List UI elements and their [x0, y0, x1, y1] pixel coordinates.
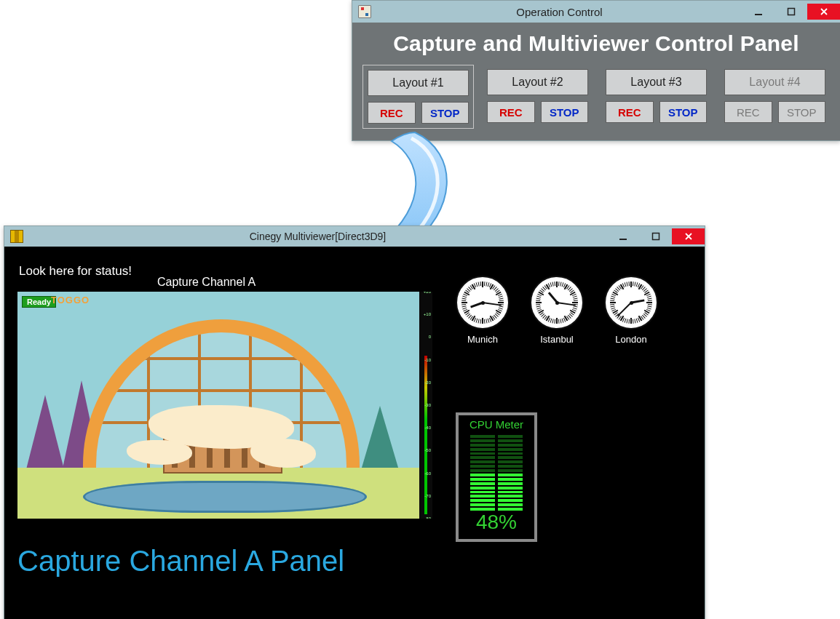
mv-body: Look here for status! Capture Channel A: [4, 247, 705, 619]
clock-face-icon: [530, 276, 584, 330]
panel-caption: Capture Channel A Panel: [17, 545, 344, 578]
cpu-bar: [470, 435, 495, 511]
layout-button-3[interactable]: Layout #3: [606, 69, 707, 95]
audio-meter: +20+100-10-20-30-40-50-60-70-80: [419, 292, 432, 519]
maximize-button[interactable]: [774, 4, 807, 20]
cpu-meter-title: CPU Meter: [459, 418, 534, 431]
op-body: Capture and Multiviewer Control Panel La…: [352, 23, 840, 140]
cpu-bar: [498, 435, 523, 511]
svg-rect-0: [755, 14, 762, 15]
video-preview[interactable]: Ready TOGGO +20+100-10-20-30-40-50-60-70…: [17, 292, 432, 519]
mv-window-buttons: [606, 228, 705, 244]
rec-button-3[interactable]: REC: [606, 101, 654, 123]
mv-window-title: Cinegy Multiviewer[Direct3D9]: [29, 231, 606, 242]
layout-button-2[interactable]: Layout #2: [487, 69, 588, 95]
channel-title: Capture Channel A: [157, 276, 255, 289]
op-window-buttons: [742, 4, 840, 20]
channel-logo: TOGGO: [51, 295, 90, 305]
stop-button-4[interactable]: STOP: [778, 101, 826, 123]
op-titlebar[interactable]: Operation Control: [352, 1, 840, 23]
op-window-title: Operation Control: [377, 6, 742, 18]
rec-button-1[interactable]: REC: [368, 102, 416, 124]
operation-control-window: Operation Control Capture and Multiviewe…: [352, 0, 840, 141]
cpu-percent: 48%: [459, 512, 534, 532]
clock-label: Munich: [456, 334, 510, 345]
layout-group-2: Layout #2RECSTOP: [483, 65, 593, 129]
clock-istanbul: Istanbul: [530, 276, 584, 345]
maximize-button[interactable]: [639, 228, 672, 244]
rec-button-4[interactable]: REC: [724, 101, 772, 123]
multiviewer-window: Cinegy Multiviewer[Direct3D9] Look here …: [4, 225, 705, 619]
clock-face-icon: [604, 276, 658, 330]
stop-button-1[interactable]: STOP: [421, 102, 469, 124]
layout-button-1[interactable]: Layout #1: [368, 70, 469, 96]
layout-group-1: Layout #1RECSTOP: [362, 65, 474, 129]
rec-button-2[interactable]: REC: [487, 101, 535, 123]
layout-group-4: Layout #4RECSTOP: [720, 65, 830, 129]
layout-button-4[interactable]: Layout #4: [724, 69, 825, 95]
world-clocks: MunichIstanbulLondon: [456, 276, 658, 345]
minimize-button[interactable]: [742, 4, 774, 20]
mv-titlebar[interactable]: Cinegy Multiviewer[Direct3D9]: [4, 226, 705, 247]
clock-munich: Munich: [456, 276, 510, 345]
op-heading: Capture and Multiviewer Control Panel: [362, 31, 830, 56]
clock-london: London: [604, 276, 658, 345]
layout-row: Layout #1RECSTOPLayout #2RECSTOPLayout #…: [362, 65, 830, 129]
stop-button-3[interactable]: STOP: [659, 101, 708, 123]
layout-group-3: Layout #3RECSTOP: [601, 65, 711, 129]
close-button[interactable]: [807, 4, 840, 20]
svg-rect-1: [788, 9, 794, 15]
stop-button-2[interactable]: STOP: [541, 101, 589, 123]
app-icon: [10, 230, 23, 243]
minimize-button[interactable]: [606, 228, 639, 244]
close-button[interactable]: [672, 228, 705, 244]
app-icon: [358, 5, 371, 18]
video-scene: [17, 292, 432, 519]
cpu-meter: CPU Meter 48%: [456, 412, 537, 542]
clock-label: London: [604, 334, 658, 345]
clock-face-icon: [456, 276, 510, 330]
clock-label: Istanbul: [530, 334, 584, 345]
svg-rect-3: [652, 233, 659, 240]
svg-rect-2: [619, 239, 627, 240]
cpu-bars: [469, 435, 523, 511]
